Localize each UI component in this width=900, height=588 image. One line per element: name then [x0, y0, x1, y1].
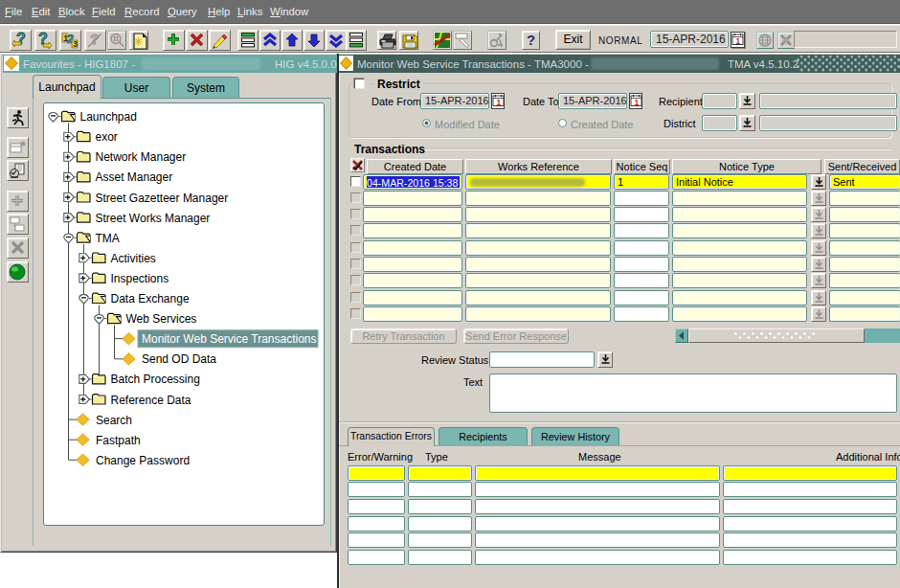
- svg-text:Change Password: Change Password: [96, 454, 190, 467]
- svg-text:Street Works Manager: Street Works Manager: [96, 212, 211, 225]
- svg-text:Launchpad: Launchpad: [80, 110, 137, 124]
- svg-text:Inspections: Inspections: [111, 272, 169, 285]
- svg-text:exor: exor: [96, 130, 118, 144]
- svg-text:Monitor Web Service Transactio: Monitor Web Service Transactions: [142, 332, 317, 346]
- svg-text:Asset Manager: Asset Manager: [96, 170, 173, 184]
- svg-text:Send OD Data: Send OD Data: [142, 352, 216, 366]
- svg-text:Activities: Activities: [111, 252, 156, 265]
- svg-text:Network Manager: Network Manager: [96, 150, 187, 164]
- svg-text:1: 1: [736, 36, 741, 46]
- svg-text:Web Services: Web Services: [126, 312, 197, 326]
- svg-text:Reference Data: Reference Data: [111, 394, 191, 407]
- svg-text:Street Gazetteer Manager: Street Gazetteer Manager: [96, 192, 229, 205]
- svg-text:Fastpath: Fastpath: [96, 434, 141, 447]
- svg-text:1: 1: [497, 98, 502, 107]
- svg-text:1: 1: [635, 98, 640, 107]
- svg-text:Search: Search: [96, 414, 132, 427]
- svg-text:?: ?: [527, 32, 535, 48]
- svg-text:TMA: TMA: [96, 232, 120, 245]
- svg-text:Data Exchange: Data Exchange: [111, 292, 190, 305]
- svg-text:Batch Processing: Batch Processing: [111, 373, 200, 386]
